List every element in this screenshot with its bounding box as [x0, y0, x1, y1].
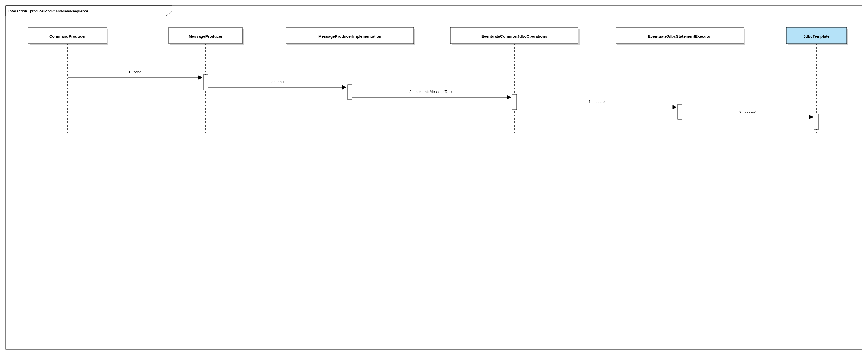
- svg-marker-37: [809, 115, 813, 119]
- svg-text:CommandProducer: CommandProducer: [49, 34, 86, 39]
- svg-text:MessageProducer: MessageProducer: [189, 34, 223, 39]
- activation-jdbctemplate: [814, 114, 819, 129]
- sequence-diagram: interaction producer-command-send-sequen…: [0, 0, 868, 363]
- activation-eventuatecommonjdbcoperations: [512, 94, 517, 110]
- svg-text:MessageProducerImplementation: MessageProducerImplementation: [318, 34, 381, 39]
- svg-marker-31: [507, 95, 511, 99]
- svg-text:JdbcTemplate: JdbcTemplate: [803, 34, 829, 39]
- activation-messageproducer: [203, 75, 208, 90]
- activation-messageproducerimplementation: [347, 85, 352, 100]
- svg-marker-28: [342, 85, 346, 89]
- participant-commandproducer: CommandProducer: [28, 27, 108, 135]
- message-5: 5 : update: [682, 109, 819, 129]
- svg-marker-34: [673, 105, 677, 109]
- message-1: 1 : send: [68, 70, 208, 90]
- message-4: 4 : update: [517, 99, 682, 120]
- participant-messageproducerimplementation: MessageProducerImplementation: [286, 27, 415, 135]
- svg-text:1 : send: 1 : send: [128, 70, 142, 74]
- svg-text:EventuateJdbcStatementExecutor: EventuateJdbcStatementExecutor: [648, 34, 712, 39]
- activation-eventuatejdbcstatementexecutor: [678, 104, 682, 120]
- interaction-frame: [6, 6, 862, 350]
- svg-text:EventuateCommonJdbcOperations: EventuateCommonJdbcOperations: [481, 34, 547, 39]
- message-2: 2 : send: [208, 80, 352, 100]
- svg-text:5 : update: 5 : update: [739, 109, 756, 114]
- interaction-frame-keyword: interaction producer-command-send-sequen…: [8, 8, 88, 13]
- svg-text:4 : update: 4 : update: [588, 99, 605, 104]
- svg-marker-25: [198, 75, 202, 80]
- svg-text:2 : send: 2 : send: [271, 80, 284, 84]
- participant-eventuatecommonjdbcoperations: EventuateCommonJdbcOperations: [450, 27, 580, 135]
- message-3: 3 : insertIntoMessageTable: [352, 90, 517, 110]
- svg-text:3 : insertIntoMessageTable: 3 : insertIntoMessageTable: [409, 90, 453, 94]
